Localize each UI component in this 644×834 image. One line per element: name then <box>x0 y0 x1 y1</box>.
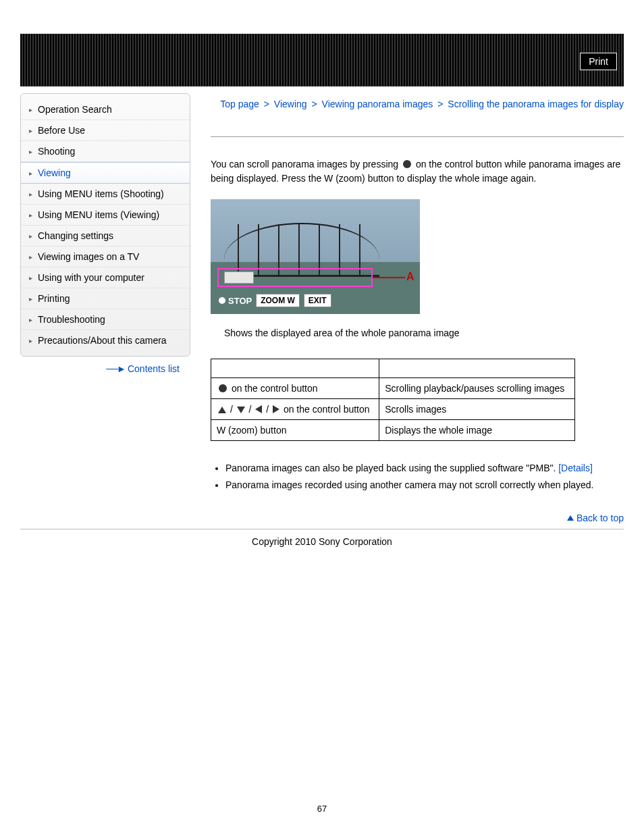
sidebar-item-label: Operation Search <box>38 104 112 115</box>
sidebar-item-tv[interactable]: ▸Viewing images on a TV <box>21 246 190 267</box>
main-content: Top page > Viewing > Viewing panorama im… <box>190 93 624 527</box>
sidebar-item-label: Printing <box>38 293 70 304</box>
osd-zoom: ZOOM W <box>256 294 300 307</box>
header-bar: Print <box>20 34 624 86</box>
sidebar-item-label: Viewing images on a TV <box>38 251 139 262</box>
callout-label: A <box>406 271 414 283</box>
down-arrow-icon <box>237 407 245 413</box>
control-text: on the control button <box>284 404 370 415</box>
caret-right-icon: ▸ <box>29 295 32 303</box>
note-item: Panorama images recorded using another c… <box>225 478 624 492</box>
note-text: Panorama images can also be played back … <box>225 463 556 473</box>
panorama-illustration: A STOP ZOOM W EXIT <box>211 199 420 314</box>
caret-right-icon: ▸ <box>29 253 32 261</box>
center-button-icon <box>219 384 227 392</box>
contents-list-label: Contents list <box>128 363 180 374</box>
intro-paragraph: You can scroll panorama images by pressi… <box>211 157 624 186</box>
contents-list-link[interactable]: ──►Contents list <box>20 357 190 375</box>
print-button[interactable]: Print <box>580 53 617 70</box>
sidebar-item-before-use[interactable]: ▸Before Use <box>21 120 190 141</box>
sidebar-item-label: Using MENU items (Shooting) <box>38 188 164 199</box>
display-area-frame <box>217 268 373 287</box>
sidebar-item-viewing[interactable]: ▸Viewing <box>21 162 190 184</box>
table-header-row <box>211 359 575 378</box>
sidebar-item-label: Changing settings <box>38 230 113 241</box>
back-to-top-link[interactable]: Back to top <box>211 513 624 527</box>
control-text: on the control button <box>232 383 318 394</box>
sidebar-item-menu-viewing[interactable]: ▸Using MENU items (Viewing) <box>21 205 190 226</box>
breadcrumb-sep: > <box>312 99 317 109</box>
bridge-icon <box>224 223 379 263</box>
display-area-indicator <box>224 271 254 284</box>
intro-text-a: You can scroll panorama images by pressi… <box>211 159 398 170</box>
breadcrumb-top[interactable]: Top page <box>220 99 259 109</box>
note-item: Panorama images can also be played back … <box>225 461 624 475</box>
left-arrow-icon <box>255 405 262 413</box>
table-cell-control: on the control button <box>211 378 379 399</box>
page-number: 67 <box>0 804 644 814</box>
sidebar-item-menu-shooting[interactable]: ▸Using MENU items (Shooting) <box>21 184 190 205</box>
notes-list: Panorama images can also be played back … <box>225 461 624 492</box>
breadcrumb-sep: > <box>437 99 443 109</box>
breadcrumb-l2[interactable]: Viewing panorama images <box>322 99 433 109</box>
sidebar-item-shooting[interactable]: ▸Shooting <box>21 141 190 162</box>
caret-right-icon: ▸ <box>29 127 32 134</box>
caret-right-icon: ▸ <box>29 316 32 323</box>
caret-right-icon: ▸ <box>29 211 32 219</box>
details-link[interactable]: [Details] <box>558 463 593 473</box>
sidebar-item-label: Viewing <box>38 167 71 178</box>
arrow-right-icon: ──► <box>106 363 125 374</box>
table-row: on the control button Scrolling playback… <box>211 378 575 399</box>
illustration-caption: Shows the displayed area of the whole pa… <box>224 328 624 338</box>
right-arrow-icon <box>273 405 279 413</box>
up-arrow-icon <box>567 515 574 521</box>
caret-right-icon: ▸ <box>29 148 32 155</box>
caret-right-icon: ▸ <box>29 106 32 113</box>
caret-right-icon: ▸ <box>29 232 32 240</box>
sidebar-item-label: Using with your computer <box>38 272 144 283</box>
sidebar-item-printing[interactable]: ▸Printing <box>21 288 190 309</box>
sidebar-item-changing-settings[interactable]: ▸Changing settings <box>21 226 190 246</box>
table-cell-action: Displays the whole image <box>379 420 575 441</box>
sidebar-item-label: Before Use <box>38 125 85 136</box>
table-cell-action: Scrolls images <box>379 399 575 420</box>
sidebar-item-troubleshooting[interactable]: ▸Troubleshooting <box>21 309 190 330</box>
caret-right-icon: ▸ <box>29 190 32 198</box>
controls-table: on the control button Scrolling playback… <box>211 359 575 441</box>
sidebar-item-label: Using MENU items (Viewing) <box>38 209 159 220</box>
breadcrumb: Top page > Viewing > Viewing panorama im… <box>211 99 624 109</box>
up-arrow-icon <box>218 407 226 413</box>
table-cell-action: Scrolling playback/pauses scrolling imag… <box>379 378 575 399</box>
sidebar-item-label: Troubleshooting <box>38 314 105 325</box>
table-cell-control: / / / on the control button <box>211 399 379 420</box>
stop-dot-icon <box>219 297 225 304</box>
horizontal-rule <box>211 136 624 137</box>
center-button-icon <box>403 160 411 168</box>
osd-stop: STOP <box>219 296 252 306</box>
caret-right-icon: ▸ <box>29 274 32 282</box>
osd-exit: EXIT <box>304 294 331 307</box>
table-row: W (zoom) button Displays the whole image <box>211 420 575 441</box>
caret-right-icon: ▸ <box>29 170 32 177</box>
sidebar-item-precautions[interactable]: ▸Precautions/About this camera <box>21 330 190 350</box>
sidebar-item-label: Precautions/About this camera <box>38 335 167 346</box>
sidebar-item-operation-search[interactable]: ▸Operation Search <box>21 99 190 120</box>
sidebar: ▸Operation Search ▸Before Use ▸Shooting … <box>20 93 190 357</box>
osd-bar: STOP ZOOM W EXIT <box>219 294 331 307</box>
sidebar-item-label: Shooting <box>38 146 75 157</box>
sidebar-item-computer[interactable]: ▸Using with your computer <box>21 267 190 288</box>
table-cell-control: W (zoom) button <box>211 420 379 441</box>
back-to-top-label: Back to top <box>576 513 624 523</box>
osd-stop-label: STOP <box>228 296 252 306</box>
callout-line <box>373 277 405 278</box>
breadcrumb-sep: > <box>264 99 269 109</box>
table-row: / / / on the control button Scrolls imag… <box>211 399 575 420</box>
footer-rule <box>20 529 624 529</box>
copyright-text: Copyright 2010 Sony Corporation <box>0 536 644 547</box>
breadcrumb-current: Scrolling the panorama images for displa… <box>448 99 624 109</box>
caret-right-icon: ▸ <box>29 337 32 344</box>
breadcrumb-l1[interactable]: Viewing <box>274 99 307 109</box>
